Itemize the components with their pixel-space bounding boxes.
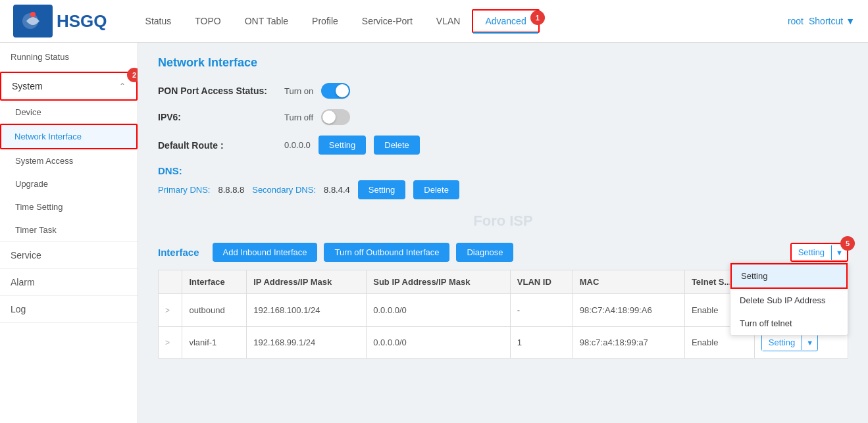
logo-text: HSGQ xyxy=(57,11,107,32)
interface-header: Interface Add Inbound Interface Turn off… xyxy=(158,243,848,262)
pon-port-label: PON Port Access Status: xyxy=(158,86,276,96)
expand-icon-2[interactable]: > xyxy=(165,338,170,347)
pon-port-toggle-knob xyxy=(336,84,349,97)
sidebar-item-alarm[interactable]: Alarm xyxy=(0,269,138,296)
sidebar-item-upgrade[interactable]: Upgrade xyxy=(0,172,138,195)
sidebar-running-status: Running Status xyxy=(0,43,138,72)
sidebar-item-log[interactable]: Log xyxy=(0,296,138,323)
watermark: Foro ISP xyxy=(158,212,848,230)
interface-setting-btn-group: Setting ▼ xyxy=(790,243,848,262)
row2-setting-arrow[interactable]: ▼ xyxy=(802,336,817,350)
page-title: Network Interface xyxy=(158,56,848,70)
dns-delete-button[interactable]: Delete xyxy=(413,180,459,199)
chevron-down-icon: ▼ xyxy=(846,16,855,26)
pon-port-row: PON Port Access Status: Turn on xyxy=(158,83,848,99)
row2-mac: 98:c7:a4:18:99:a7 xyxy=(573,327,684,359)
default-route-row: Default Route : 0.0.0.0 Setting Delete xyxy=(158,136,848,155)
expand-icon-1[interactable]: > xyxy=(165,306,170,315)
main-content: Network Interface PON Port Access Status… xyxy=(138,43,868,423)
sidebar-group-system: System ⌃ 2 Device Network Interface Syst… xyxy=(0,72,138,242)
col-mac: MAC xyxy=(573,270,684,294)
default-route-delete-button[interactable]: Delete xyxy=(374,136,420,155)
diagnose-button[interactable]: Diagnose xyxy=(456,243,513,262)
nav-shortcut[interactable]: Shortcut ▼ xyxy=(809,16,855,26)
pon-port-toggle[interactable] xyxy=(321,83,350,99)
ipv6-toggle[interactable] xyxy=(321,109,350,125)
row2-setting-button[interactable]: Setting xyxy=(762,334,802,351)
layout: Running Status System ⌃ 2 Device Network… xyxy=(0,43,868,423)
sidebar-group-title-system[interactable]: System ⌃ 2 xyxy=(0,72,138,101)
nav-right: root Shortcut ▼ xyxy=(788,16,855,26)
nav-user: root xyxy=(788,16,804,26)
row1-vlan-id: - xyxy=(510,294,573,327)
row2-expand: > xyxy=(159,327,182,359)
logo-box xyxy=(13,5,53,37)
nav-service-port[interactable]: Service-Port xyxy=(350,11,424,32)
logo-area: HSGQ xyxy=(13,5,107,37)
badge-5: 5 xyxy=(840,236,855,251)
row1-ip-mask: 192.168.100.1/24 xyxy=(247,294,367,327)
primary-dns-label: Primary DNS: xyxy=(158,185,210,195)
col-expand xyxy=(159,270,182,294)
dns-setting-button[interactable]: Setting xyxy=(358,180,405,199)
chevron-up-icon: ⌃ xyxy=(119,82,126,91)
secondary-dns-label: Secondary DNS: xyxy=(252,185,316,195)
nav-topo[interactable]: TOPO xyxy=(183,11,232,32)
logo-icon xyxy=(21,9,45,33)
header: HSGQ Status TOPO ONT Table Profile Servi… xyxy=(0,0,868,43)
badge-2: 2 xyxy=(127,68,138,82)
row2-sub-ip: 0.0.0.0/0 xyxy=(367,327,511,359)
interface-setting-container: Setting ▼ 5 Setting Delete Sub IP Addres… xyxy=(790,243,848,262)
dropdown-item-delete-sub-ip[interactable]: Delete Sub IP Address xyxy=(730,289,848,312)
col-interface: Interface xyxy=(182,270,247,294)
default-route-label: Default Route : xyxy=(158,140,276,151)
nav-vlan[interactable]: VLAN xyxy=(424,11,472,32)
ipv6-row: IPV6: Turn off xyxy=(158,109,848,125)
ipv6-label: IPV6: xyxy=(158,112,276,122)
interface-setting-main-button[interactable]: Setting xyxy=(792,244,831,261)
secondary-dns-value: 8.8.4.4 xyxy=(324,185,350,195)
nav-ont-table[interactable]: ONT Table xyxy=(233,11,300,32)
sidebar-item-time-setting[interactable]: Time Setting xyxy=(0,195,138,218)
badge-1: 1 xyxy=(530,11,545,25)
ipv6-toggle-knob xyxy=(322,111,336,124)
nav-status[interactable]: Status xyxy=(134,11,184,32)
nav-advanced[interactable]: Advanced xyxy=(472,9,539,33)
sidebar: Running Status System ⌃ 2 Device Network… xyxy=(0,43,138,423)
sidebar-item-system-access[interactable]: System Access xyxy=(0,149,138,172)
col-sub-ip: Sub IP Address/IP Mask xyxy=(367,270,511,294)
row1-expand: > xyxy=(159,294,182,327)
sidebar-item-service[interactable]: Service xyxy=(0,242,138,269)
row1-sub-ip: 0.0.0.0/0 xyxy=(367,294,511,327)
pon-port-value: Turn on xyxy=(284,86,313,96)
turn-off-outbound-button[interactable]: Turn off Outbound Interface xyxy=(324,243,449,262)
row2-ip-mask: 192.168.99.1/24 xyxy=(247,327,367,359)
add-inbound-button[interactable]: Add Inbound Interface xyxy=(213,243,318,262)
col-vlan-id: VLAN ID xyxy=(510,270,573,294)
row1-interface: outbound xyxy=(182,294,247,327)
nav-profile[interactable]: Profile xyxy=(300,11,350,32)
row2-setting-btn-group: Setting ▼ xyxy=(761,334,818,351)
dropdown-item-turn-off-telnet[interactable]: Turn off telnet xyxy=(730,312,848,335)
default-route-value: 0.0.0.0 xyxy=(284,140,311,150)
dropdown-item-setting[interactable]: Setting xyxy=(730,263,848,289)
dns-section-label: DNS: xyxy=(158,165,182,176)
dns-row: Primary DNS: 8.8.8.8 Secondary DNS: 8.8.… xyxy=(158,180,848,199)
interface-label: Interface xyxy=(158,247,199,258)
sidebar-item-network-interface[interactable]: Network Interface xyxy=(0,124,138,149)
row1-mac: 98:C7:A4:18:99:A6 xyxy=(573,294,684,327)
sidebar-item-timer-task[interactable]: Timer Task xyxy=(0,218,138,241)
sidebar-item-device[interactable]: Device xyxy=(0,101,138,124)
row2-interface: vlanif-1 xyxy=(182,327,247,359)
primary-dns-value: 8.8.8.8 xyxy=(218,185,244,195)
row2-vlan-id: 1 xyxy=(510,327,573,359)
sidebar-sub-items: Device Network Interface System Access U… xyxy=(0,101,138,241)
col-ip-mask: IP Address/IP Mask xyxy=(247,270,367,294)
nav-menu: Status TOPO ONT Table Profile Service-Po… xyxy=(134,11,788,32)
ipv6-value: Turn off xyxy=(284,112,313,122)
default-route-setting-button[interactable]: Setting xyxy=(319,136,366,155)
svg-point-1 xyxy=(30,12,36,17)
interface-setting-dropdown: Setting Delete Sub IP Address Turn off t… xyxy=(730,262,848,336)
